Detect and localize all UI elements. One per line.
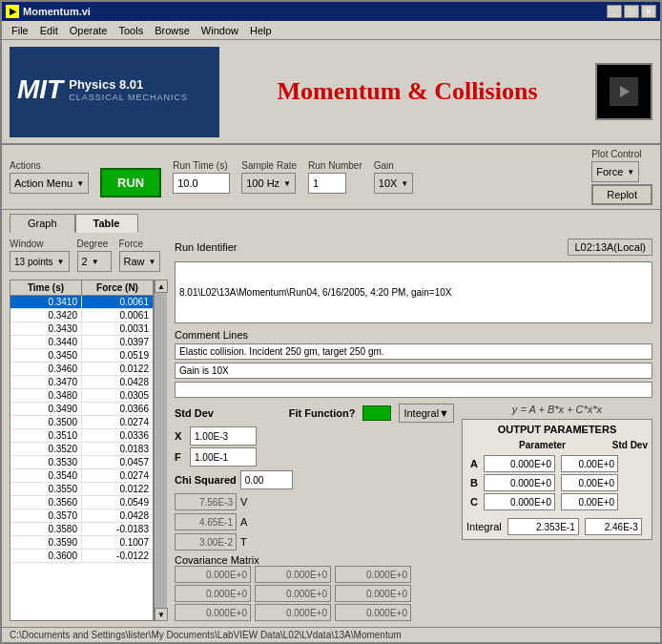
- table-row[interactable]: 0.34300.0031: [10, 322, 153, 336]
- table-row[interactable]: 0.35900.1007: [10, 536, 153, 550]
- table-row[interactable]: 0.35700.0428: [10, 509, 153, 523]
- sample-rate-dropdown[interactable]: 100 Hz ▼: [241, 173, 296, 194]
- run-button[interactable]: RUN: [100, 168, 161, 197]
- table-row[interactable]: 0.34700.0428: [10, 376, 153, 389]
- window-dropdown[interactable]: 13 points ▼: [10, 251, 70, 272]
- table-row[interactable]: 0.34800.0305: [10, 389, 153, 403]
- comment-line1[interactable]: [175, 343, 652, 360]
- actions-label: Actions: [10, 160, 41, 171]
- covariance-cell[interactable]: [335, 585, 411, 602]
- param-std-input[interactable]: [561, 493, 618, 510]
- table-row[interactable]: 0.34200.0061: [10, 309, 153, 322]
- param-value-input[interactable]: [484, 474, 555, 491]
- param-std-input[interactable]: [561, 455, 618, 472]
- table-row[interactable]: 0.34500.0519: [10, 349, 153, 363]
- maximize-button[interactable]: □: [624, 5, 639, 18]
- sdv-value-input[interactable]: [175, 533, 237, 551]
- video-play-icon: [610, 77, 638, 106]
- window-arrow-icon: ▼: [57, 258, 65, 266]
- table-row[interactable]: 0.35300.0457: [10, 456, 153, 469]
- tab-graph[interactable]: Graph: [10, 214, 75, 233]
- gain-dropdown[interactable]: 10X ▼: [374, 173, 414, 194]
- covariance-cell[interactable]: [335, 566, 411, 583]
- action-menu-arrow-icon: ▼: [76, 179, 84, 188]
- table-row[interactable]: 0.34100.0061: [10, 296, 153, 309]
- scroll-up-icon[interactable]: ▲: [155, 280, 168, 293]
- table-row[interactable]: 0.35100.0336: [10, 429, 153, 443]
- action-menu-dropdown[interactable]: Action Menu ▼: [10, 173, 89, 194]
- f-std-input[interactable]: [190, 447, 257, 467]
- run-number-input[interactable]: [308, 173, 346, 194]
- run-id-input[interactable]: [175, 261, 652, 323]
- param-value-input[interactable]: [484, 455, 555, 472]
- integral-value-input[interactable]: [507, 518, 579, 535]
- replot-button[interactable]: Replot: [591, 184, 652, 205]
- menu-help[interactable]: Help: [244, 23, 278, 38]
- f-std-row: F: [175, 447, 454, 467]
- table-row[interactable]: 0.35000.0274: [10, 416, 153, 429]
- time-cell: 0.3590: [10, 536, 82, 549]
- table-row[interactable]: 0.35600.0549: [10, 496, 153, 509]
- std-fit-row: Std Dev Fit Function? Integral ▼: [175, 404, 454, 423]
- param-std-input[interactable]: [561, 474, 618, 491]
- table-row[interactable]: 0.35200.0183: [10, 443, 153, 456]
- table-row[interactable]: 0.35400.0274: [10, 469, 153, 483]
- force-cell: 0.0031: [82, 322, 153, 335]
- covariance-cell[interactable]: [255, 566, 331, 583]
- integral-std-input[interactable]: [585, 518, 642, 535]
- scrollbar[interactable]: ▲ ▼: [154, 280, 167, 621]
- param-row: A: [466, 455, 648, 472]
- window-frame: ▶ Momentum.vi _ □ × File Edit Operate To…: [0, 0, 662, 644]
- fit-toggle[interactable]: [362, 405, 391, 421]
- time-cell: 0.3600: [10, 550, 82, 562]
- plot-control-dropdown[interactable]: Force ▼: [591, 161, 639, 182]
- scroll-down-icon[interactable]: ▼: [155, 608, 168, 621]
- table-row[interactable]: 0.34900.0366: [10, 403, 153, 416]
- force-dropdown[interactable]: Raw ▼: [119, 251, 161, 272]
- scroll-track[interactable]: [155, 293, 167, 608]
- sdv-value-input[interactable]: [175, 513, 237, 530]
- time-cell: 0.3430: [10, 322, 82, 335]
- param-row: B: [466, 474, 648, 491]
- run-id-label: Run Identifier: [175, 241, 237, 253]
- covariance-cell[interactable]: [175, 566, 251, 583]
- close-button[interactable]: ×: [641, 5, 656, 18]
- covariance-grid: [175, 566, 454, 621]
- menu-operate[interactable]: Operate: [64, 23, 114, 38]
- sdv-value-input[interactable]: [175, 493, 237, 510]
- degree-dropdown[interactable]: 2 ▼: [77, 251, 112, 272]
- minimize-button[interactable]: _: [607, 5, 622, 18]
- menu-browse[interactable]: Browse: [149, 23, 196, 38]
- header-title: Momentum & Collisions: [229, 77, 586, 106]
- menu-edit[interactable]: Edit: [34, 23, 64, 38]
- plot-control-value: Force: [596, 166, 623, 177]
- menu-window[interactable]: Window: [196, 23, 244, 38]
- fit-dropdown[interactable]: Integral ▼: [399, 404, 454, 423]
- covariance-cell[interactable]: [255, 585, 331, 602]
- covariance-cell[interactable]: [175, 585, 251, 602]
- tab-table[interactable]: Table: [75, 214, 138, 233]
- table-row[interactable]: 0.3580-0.0183: [10, 523, 153, 536]
- formula-text: y = A + B*x + C*x*x: [462, 404, 652, 415]
- chi-sq-input[interactable]: [240, 470, 293, 489]
- comment-line2[interactable]: [175, 363, 652, 379]
- table-row[interactable]: 0.35500.0122: [10, 483, 153, 496]
- menu-tools[interactable]: Tools: [113, 23, 149, 38]
- covariance-cell[interactable]: [335, 604, 411, 621]
- comment-line3[interactable]: [175, 382, 652, 398]
- left-panel: Window 13 points ▼ Degree 2 ▼ Force: [10, 239, 167, 621]
- param-value-input[interactable]: [484, 493, 555, 510]
- x-std-input[interactable]: [190, 426, 257, 446]
- plot-control-group: Plot Control Force ▼ Replot: [591, 149, 652, 205]
- table-row[interactable]: 0.34600.0122: [10, 363, 153, 376]
- menu-file[interactable]: File: [6, 23, 34, 38]
- degree-value: 2: [82, 256, 88, 267]
- covariance-cell[interactable]: [175, 604, 251, 621]
- covariance-cell[interactable]: [255, 604, 331, 621]
- table-row[interactable]: 0.3600-0.0122: [10, 550, 153, 563]
- run-time-input[interactable]: [173, 173, 230, 194]
- table-body[interactable]: 0.34100.00610.34200.00610.34300.00310.34…: [10, 296, 153, 620]
- table-row[interactable]: 0.34400.0397: [10, 336, 153, 349]
- run-time-label: Run Time (s): [173, 160, 227, 171]
- video-thumbnail[interactable]: [595, 63, 652, 120]
